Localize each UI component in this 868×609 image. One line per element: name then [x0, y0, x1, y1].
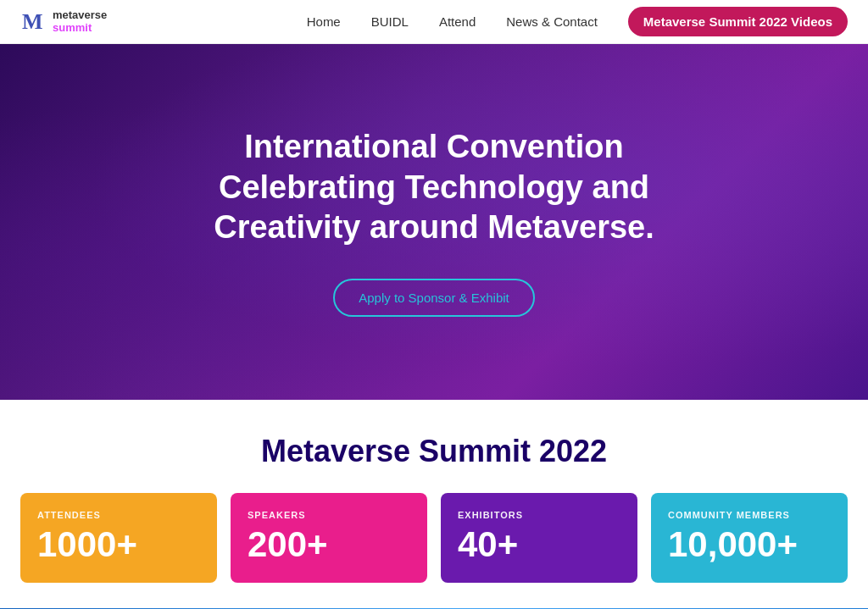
stat-card-speakers: SPEAKERS 200+: [231, 493, 427, 583]
stat-label-exhibitors: EXHIBITORS: [458, 510, 620, 520]
nav-item-home[interactable]: Home: [307, 14, 341, 30]
stat-label-attendees: ATTENDEES: [37, 510, 200, 520]
svg-text:M: M: [22, 9, 43, 34]
stat-card-attendees: ATTENDEES 1000+: [20, 493, 217, 583]
logo-icon: M: [20, 8, 47, 36]
stats-grid: ATTENDEES 1000+ SPEAKERS 200+ EXHIBITORS…: [20, 493, 848, 583]
stat-label-speakers: SPEAKERS: [248, 510, 410, 520]
stat-value-exhibitors: 40+: [458, 527, 620, 562]
navbar: M metaverse summit Home BUIDL Attend New…: [0, 0, 868, 44]
nav-link-buidl[interactable]: BUIDL: [371, 14, 409, 29]
stat-card-community: COMMUNITY MEMBERS 10,000+: [651, 493, 848, 583]
nav-link-home[interactable]: Home: [307, 14, 341, 29]
stats-section: Metaverse Summit 2022 ATTENDEES 1000+ SP…: [0, 400, 868, 608]
nav-item-cta[interactable]: Metaverse Summit 2022 Videos: [628, 14, 848, 30]
logo[interactable]: M metaverse summit: [20, 8, 107, 36]
nav-item-news-contact[interactable]: News & Contact: [506, 14, 598, 30]
hero-section: International Convention Celebrating Tec…: [0, 44, 868, 400]
nav-item-attend[interactable]: Attend: [439, 14, 476, 30]
stat-value-attendees: 1000+: [37, 527, 200, 562]
stats-title: Metaverse Summit 2022: [20, 434, 848, 469]
stat-card-exhibitors: EXHIBITORS 40+: [441, 493, 637, 583]
hero-title: International Convention Celebrating Tec…: [180, 127, 688, 248]
nav-link-news-contact[interactable]: News & Contact: [506, 14, 598, 29]
nav-links: Home BUIDL Attend News & Contact Metaver…: [307, 14, 848, 30]
stat-value-speakers: 200+: [248, 527, 410, 562]
nav-cta-button[interactable]: Metaverse Summit 2022 Videos: [628, 7, 848, 36]
stat-label-community: COMMUNITY MEMBERS: [668, 510, 831, 520]
logo-text: metaverse summit: [53, 9, 107, 34]
nav-item-buidl[interactable]: BUIDL: [371, 14, 409, 30]
hero-cta-button[interactable]: Apply to Sponsor & Exhibit: [333, 279, 535, 317]
nav-link-attend[interactable]: Attend: [439, 14, 476, 29]
stat-value-community: 10,000+: [668, 527, 831, 562]
